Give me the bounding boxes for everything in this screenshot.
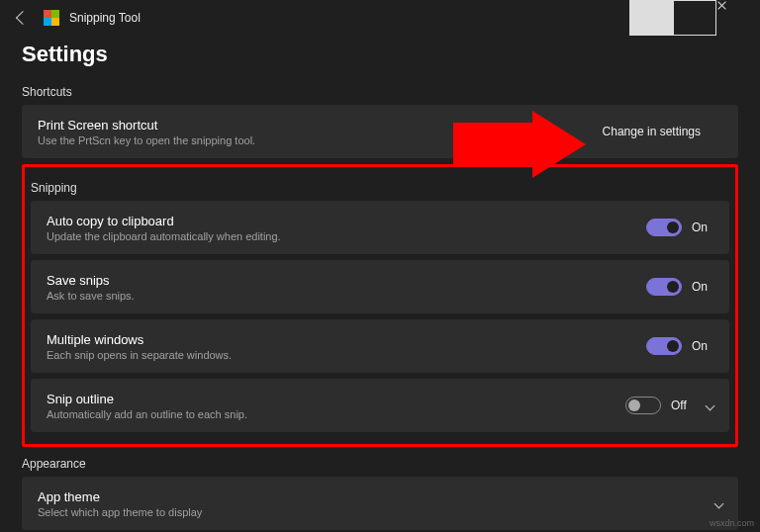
card-text: Print Screen shortcut Use the PrtScn key…: [38, 118, 603, 146]
setting-title: App theme: [38, 489, 702, 504]
app-icon: [44, 10, 59, 26]
card-save-snips: Save snips Ask to save snips. On: [31, 260, 729, 313]
setting-title: Snip outline: [47, 392, 625, 406]
section-appearance-label: Appearance: [22, 457, 738, 471]
section-snipping-label: Snipping: [31, 181, 729, 195]
card-multiple-windows: Multiple windows Each snip opens in sepa…: [31, 319, 729, 373]
chevron-down-icon[interactable]: [706, 400, 715, 410]
setting-desc: Update the clipboard automatically when …: [47, 230, 646, 242]
back-icon[interactable]: [16, 11, 30, 25]
close-button[interactable]: [716, 0, 760, 36]
close-icon: [716, 0, 760, 36]
setting-title: Save snips: [47, 273, 646, 288]
app-title: Snipping Tool: [69, 11, 141, 25]
toggle-state: On: [692, 280, 713, 294]
card-auto-copy: Auto copy to clipboard Update the clipbo…: [31, 201, 729, 254]
setting-title: Auto copy to clipboard: [47, 214, 646, 228]
toggle-state: On: [692, 339, 713, 353]
toggle-knob: [667, 222, 679, 233]
window-controls: [629, 0, 760, 36]
toggle-snip-outline[interactable]: [625, 397, 661, 414]
maximize-icon: [673, 0, 716, 36]
setting-desc: Automatically add an outline to each sni…: [47, 408, 625, 420]
minimize-button[interactable]: [629, 0, 673, 36]
setting-desc: Each snip opens in separate windows.: [47, 349, 646, 361]
highlight-box: Snipping Auto copy to clipboard Update t…: [22, 164, 738, 447]
setting-title: Multiple windows: [47, 332, 646, 347]
watermark: wsxdn.com: [710, 518, 754, 528]
page-heading: Settings: [22, 42, 738, 67]
setting-desc: Use the PrtScn key to open the snipping …: [38, 134, 603, 146]
toggle-multiple-windows[interactable]: [646, 337, 682, 355]
setting-desc: Ask to save snips.: [47, 290, 646, 302]
content: Settings Shortcuts Print Screen shortcut…: [0, 42, 760, 532]
card-app-theme[interactable]: App theme Select which app theme to disp…: [22, 477, 738, 530]
card-print-screen[interactable]: Print Screen shortcut Use the PrtScn key…: [22, 105, 738, 158]
setting-title: Print Screen shortcut: [38, 118, 603, 133]
toggle-knob: [667, 281, 679, 293]
toggle-knob: [628, 399, 640, 411]
minimize-icon: [629, 0, 673, 36]
title-bar: Snipping Tool: [0, 0, 760, 36]
setting-desc: Select which app theme to display: [38, 506, 702, 518]
section-shortcuts-label: Shortcuts: [22, 85, 738, 99]
maximize-button[interactable]: [673, 0, 716, 36]
toggle-state: Off: [671, 399, 693, 412]
card-snip-outline: Snip outline Automatically add an outlin…: [31, 379, 729, 432]
chevron-down-icon[interactable]: [714, 498, 724, 508]
toggle-auto-copy[interactable]: [646, 219, 682, 236]
change-in-settings-link[interactable]: Change in settings: [603, 125, 701, 138]
toggle-save-snips[interactable]: [646, 278, 682, 296]
toggle-knob: [667, 340, 679, 352]
toggle-state: On: [692, 221, 713, 234]
